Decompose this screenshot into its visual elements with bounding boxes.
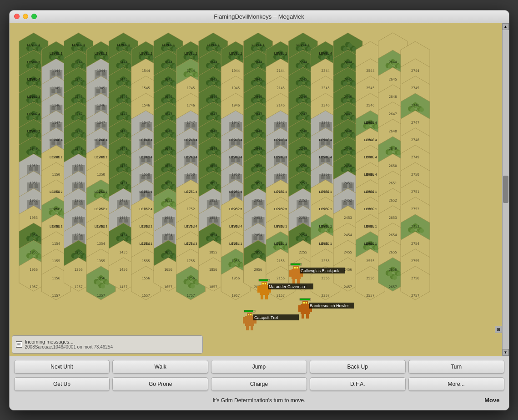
scroll-up-button[interactable]: ▲	[503, 23, 509, 30]
close-button[interactable]	[14, 14, 20, 19]
get-up-button[interactable]: Get Up	[14, 377, 110, 391]
hex-map[interactable]	[10, 23, 502, 356]
scroll-down-button[interactable]: ▼	[503, 349, 509, 356]
minimize-button[interactable]	[23, 14, 28, 19]
next-unit-button[interactable]: Next Unit	[14, 360, 110, 374]
main-content: ▲ ▼ ✉ Incoming messages... 2008Sarouac.1…	[10, 23, 509, 410]
jump-button[interactable]: Jump	[211, 360, 307, 374]
app-window: FlamingDevilMonkeys – MegaMek ▲ ▼ ✉ Inco…	[9, 10, 509, 410]
action-label: Move	[419, 396, 499, 405]
more-button[interactable]: More...	[408, 377, 504, 391]
turn-button[interactable]: Turn	[408, 360, 504, 374]
message-icon: ✉	[16, 341, 22, 348]
status-text: It's Grim Determination's turn to move.	[99, 395, 419, 405]
expand-messages-button[interactable]: ⊞	[495, 326, 502, 333]
scrollbar-thumb[interactable]	[503, 176, 508, 203]
game-area[interactable]: ▲ ▼ ✉ Incoming messages... 2008Sarouac.1…	[10, 23, 509, 356]
traffic-lights	[14, 14, 37, 19]
charge-button[interactable]: Charge	[211, 377, 307, 391]
walk-button[interactable]: Walk	[112, 360, 208, 374]
titlebar: FlamingDevilMonkeys – MegaMek	[10, 10, 509, 23]
maximize-button[interactable]	[31, 14, 37, 19]
control-panel: Next Unit Walk Jump Back Up Turn Get Up …	[10, 356, 509, 410]
scrollbar-track	[503, 30, 509, 349]
button-row-1: Next Unit Walk Jump Back Up Turn	[14, 360, 504, 374]
back-up-button[interactable]: Back Up	[310, 360, 406, 374]
message-line1: Incoming messages...	[25, 339, 113, 344]
right-scrollbar[interactable]: ▲ ▼	[502, 23, 509, 356]
button-row-2: Get Up Go Prone Charge D.F.A. More...	[14, 377, 504, 391]
dfa-button[interactable]: D.F.A.	[310, 377, 406, 391]
message-bar: ✉ Incoming messages... 2008Sarouac.1046#…	[12, 335, 203, 354]
message-line2: 2008Sarouac.1046#0001 on mort 73.46254	[25, 344, 113, 349]
window-title: FlamingDevilMonkeys – MegaMek	[214, 13, 304, 20]
go-prone-button[interactable]: Go Prone	[112, 377, 208, 391]
